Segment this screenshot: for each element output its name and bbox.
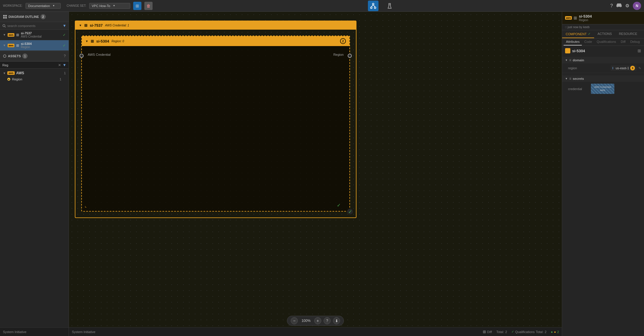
svg-point-1 bbox=[371, 7, 372, 8]
search-input[interactable] bbox=[7, 24, 61, 28]
bottom-left-corner: ⌞ bbox=[85, 203, 87, 208]
si5304-node[interactable]: ▼ ⊞ si-5304 Region: 0 2 AWS Credential R… bbox=[81, 36, 350, 212]
download-button[interactable]: ⬇ bbox=[333, 317, 340, 324]
si7537-name: si-7537 bbox=[21, 31, 42, 35]
subtab-debug[interactable]: Debug bbox=[628, 38, 642, 45]
subtab-diff[interactable]: Diff bbox=[618, 38, 628, 45]
panel-main-tabs: COMPONENT ✓ ACTIONS RESOURCE bbox=[562, 30, 644, 38]
assets-search-input[interactable] bbox=[2, 63, 57, 67]
clear-search-icon[interactable]: ✕ bbox=[58, 63, 61, 67]
si7537-collapse[interactable]: ▼ bbox=[79, 24, 82, 27]
svg-rect-9 bbox=[5, 17, 7, 18]
system-initiative-label: System Initiative bbox=[3, 330, 26, 334]
actions-tab-label: ACTIONS bbox=[598, 32, 612, 36]
asset-region-count: 1 bbox=[60, 77, 61, 81]
si7537-grid-icon: ⊞ bbox=[84, 23, 87, 28]
credential-thumbnail[interactable]: AWS CredentialAWS bbox=[591, 84, 614, 94]
component-name-text: si-5304 bbox=[572, 49, 636, 53]
zoom-level: 100% bbox=[300, 319, 312, 323]
timestamp-value: just now by keeb bbox=[568, 26, 590, 29]
si5304-info: si-5304 Region bbox=[21, 42, 32, 49]
assets-help-icon[interactable]: ? bbox=[64, 54, 66, 58]
zoom-out-button[interactable]: − bbox=[291, 317, 298, 324]
tab-actions[interactable]: ACTIONS bbox=[594, 30, 616, 38]
svg-line-3 bbox=[371, 5, 373, 7]
aws-group: ▼ aws AWS 1 ● Region 1 bbox=[0, 69, 69, 83]
si7537-title: si-7537 bbox=[90, 23, 103, 28]
discord-icon[interactable] bbox=[616, 3, 622, 9]
region-edit-icon[interactable]: ✎ bbox=[638, 66, 641, 70]
diagram-outline-header: DIAGRAM OUTLINE 2 bbox=[0, 12, 69, 22]
region-attr-badge: 3 bbox=[630, 66, 635, 70]
align-button[interactable]: ⊞ bbox=[133, 2, 141, 10]
subtab-attributes[interactable]: Attributes bbox=[564, 38, 582, 45]
secrets-bar-icon: ≡ bbox=[569, 77, 571, 81]
si5304-header: ▼ ⊞ si-5304 Region: 0 2 bbox=[82, 36, 349, 46]
outline-item-si5304[interactable]: ▼ aws ⊞ si-5304 Region ✓ bbox=[0, 40, 69, 51]
asset-region-item[interactable]: ● Region 1 bbox=[3, 76, 66, 82]
si5304-name: si-5304 bbox=[21, 42, 32, 45]
total-label: Total: bbox=[496, 330, 504, 334]
changeset-select[interactable]: VPC How-To ▼ bbox=[89, 3, 130, 9]
subtab-attributes-label: Attributes bbox=[566, 40, 579, 43]
qualifications-status: ✓ Qualifications Total: 2 bbox=[511, 330, 546, 334]
tab-resource[interactable]: RESOURCE bbox=[615, 30, 640, 38]
subtab-code-label: Code bbox=[584, 40, 592, 43]
filter-icon[interactable]: ▼ bbox=[62, 23, 66, 28]
assets-filter-icon[interactable]: ▼ bbox=[62, 63, 66, 67]
outline-item-si7537[interactable]: ▼ aws ⊞ si-7537 AWS Credential ✓ bbox=[0, 30, 69, 40]
svg-point-0 bbox=[372, 3, 374, 5]
collapse-arrow-si7537: ▼ bbox=[3, 33, 6, 36]
canvas-area: ▼ ⊞ si-7537 AWS Credential: 1 ▼ ⊞ si-530… bbox=[69, 12, 562, 336]
lab-icon-button[interactable] bbox=[384, 1, 395, 11]
collapse-secrets-icon: ▼ bbox=[565, 77, 568, 80]
component-color-dot bbox=[565, 48, 570, 53]
tab-component[interactable]: COMPONENT ✓ bbox=[562, 30, 594, 38]
diagram-outline-label: DIAGRAM OUTLINE bbox=[9, 15, 39, 18]
subtab-qualifications-label: Qualifications bbox=[597, 40, 616, 43]
svg-rect-13 bbox=[483, 330, 486, 333]
aws-group-count: 1 bbox=[64, 71, 66, 75]
timestamp-text: □ bbox=[565, 26, 568, 29]
delete-button[interactable]: 🗑 bbox=[144, 2, 153, 10]
system-initiative-status: System Initiative bbox=[72, 330, 95, 334]
aws-group-label: AWS bbox=[16, 71, 24, 75]
topbar-center bbox=[155, 1, 607, 11]
domain-section-header[interactable]: ▼ ≡ domain bbox=[562, 57, 644, 63]
si7537-node[interactable]: ▼ ⊞ si-7537 AWS Credential: 1 ▼ ⊞ si-530… bbox=[75, 21, 356, 218]
resource-tab-label: RESOURCE bbox=[619, 32, 637, 36]
component-search-row: ▼ bbox=[0, 22, 69, 30]
secrets-section-header[interactable]: ▼ ≡ secrets bbox=[562, 75, 644, 82]
aws-credential-port[interactable] bbox=[80, 54, 84, 58]
help-button[interactable]: ? bbox=[324, 317, 331, 324]
workspace-select[interactable]: Documentation ▼ bbox=[26, 3, 61, 9]
grid-icon-si7537: ⊞ bbox=[16, 33, 19, 37]
diagram-icon-button[interactable] bbox=[368, 1, 378, 11]
grid-icon-si5304: ⊞ bbox=[16, 43, 19, 48]
si5304-title: si-5304 bbox=[96, 39, 109, 43]
assets-label: ASSETS bbox=[8, 54, 21, 58]
panel-aws-badge: aws bbox=[565, 16, 572, 20]
aws-group-header[interactable]: ▼ aws AWS 1 bbox=[3, 70, 66, 76]
workspace-label: WORKSPACE: bbox=[3, 4, 23, 7]
status-indicators: ● ● 2 bbox=[551, 330, 559, 334]
svg-point-10 bbox=[3, 24, 5, 27]
region-info-icon: I bbox=[612, 67, 613, 70]
zoom-in-button[interactable]: + bbox=[314, 317, 321, 324]
si5304-collapse[interactable]: ▼ bbox=[85, 40, 88, 43]
check-green-corner: ✓ bbox=[347, 209, 353, 215]
panel-sub-tabs: Attributes Code Qualifications Diff Debu… bbox=[562, 38, 644, 46]
panel-timestamp: □ just now by keeb bbox=[562, 24, 644, 30]
right-panel: aws ⊞ si-5304 Region □ just now by keeb … bbox=[562, 12, 644, 336]
user-avatar[interactable]: N bbox=[633, 2, 641, 10]
help-icon[interactable]: ? bbox=[610, 3, 613, 9]
svg-point-12 bbox=[4, 55, 6, 58]
subtab-code[interactable]: Code bbox=[582, 38, 594, 45]
region-attr-label: region bbox=[568, 66, 611, 70]
right-panel-header: aws ⊞ si-5304 Region bbox=[562, 12, 644, 24]
settings-icon[interactable]: ⚙ bbox=[625, 3, 629, 9]
region-port[interactable] bbox=[348, 54, 352, 58]
subtab-qualifications[interactable]: Qualifications bbox=[594, 38, 618, 45]
main-layout: DIAGRAM OUTLINE 2 ▼ ▼ aws ⊞ si-7537 AWS … bbox=[0, 12, 644, 336]
resize-icon[interactable]: ⊞ bbox=[638, 48, 641, 53]
